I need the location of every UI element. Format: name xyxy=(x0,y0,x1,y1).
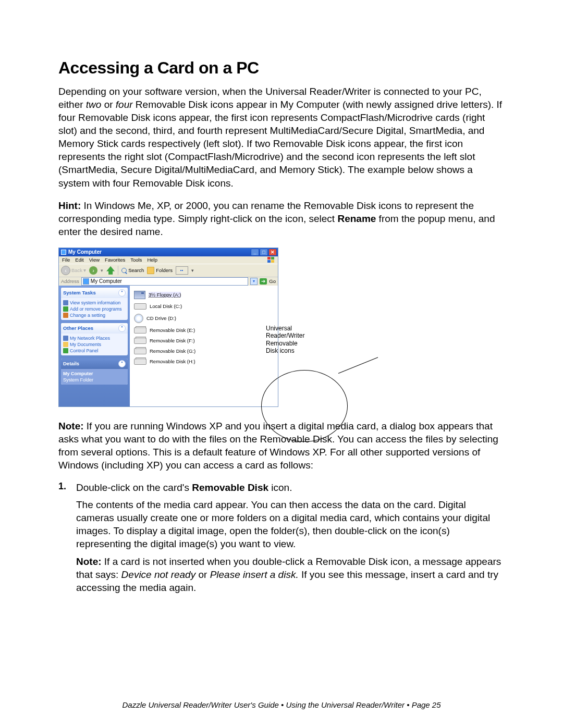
control-panel-icon xyxy=(63,348,68,353)
drives-pane: 3½ Floppy (A:) Local Disk (C:) CD Drive … xyxy=(130,286,278,406)
menu-favorites[interactable]: Favorites xyxy=(105,257,125,263)
other-places-header[interactable]: Other Places˄ xyxy=(61,323,128,334)
text: or xyxy=(195,569,210,580)
chevron-up-icon: ˄ xyxy=(118,360,126,367)
text-italic: Please insert a disk. xyxy=(210,569,299,580)
removable-icon xyxy=(134,359,146,365)
back-button[interactable]: ‹Back ▾ xyxy=(61,266,86,275)
ordered-list: 1. Double-click on the card's Removable … xyxy=(58,481,506,594)
note-label: Note: xyxy=(76,556,102,567)
drive-removable-f[interactable]: Removable Disk (F:) xyxy=(134,336,274,346)
system-tasks-header[interactable]: System Tasks˄ xyxy=(61,288,128,298)
removable-icon xyxy=(134,348,146,354)
document-page: Accessing a Card on a PC Depending on yo… xyxy=(0,0,563,728)
drive-local-c[interactable]: Local Disk (C:) xyxy=(134,301,274,312)
info-icon xyxy=(63,300,68,305)
folders-button[interactable]: Folders xyxy=(147,267,173,274)
go-label: Go xyxy=(269,278,276,284)
page-footer: Dazzle Universal Reader/Writer User's Gu… xyxy=(0,700,563,709)
setting-icon xyxy=(63,313,68,318)
intro-paragraph: Depending on your software version, when… xyxy=(58,85,506,190)
menu-edit[interactable]: Edit xyxy=(75,257,83,263)
address-dropdown[interactable]: ▾ xyxy=(250,278,258,285)
chevron-up-icon: ˄ xyxy=(118,289,126,297)
address-bar: Address My Computer ▾ ➔ Go xyxy=(59,277,278,286)
list-item-1: 1. Double-click on the card's Removable … xyxy=(58,481,506,594)
text: icon. xyxy=(268,482,292,493)
drive-removable-h[interactable]: Removable Disk (H:) xyxy=(134,356,274,367)
svg-rect-1 xyxy=(271,257,274,260)
window-title: My Computer xyxy=(68,249,102,255)
page-title: Accessing a Card on a PC xyxy=(58,58,506,78)
drive-floppy-a[interactable]: 3½ Floppy (A:) xyxy=(134,289,274,301)
folders-icon xyxy=(147,267,154,274)
details-header[interactable]: Details˄ xyxy=(61,359,128,369)
my-computer-window: My Computer _ □ ✕ File Edit View Favorit… xyxy=(58,248,278,407)
views-button[interactable] xyxy=(176,266,188,275)
documents-icon xyxy=(63,342,68,347)
rename-bold: Rename xyxy=(337,213,376,224)
menu-help[interactable]: Help xyxy=(147,257,157,263)
svg-rect-0 xyxy=(267,257,271,260)
task-view-system-info[interactable]: View system information xyxy=(63,300,126,306)
floppy-icon xyxy=(134,291,145,299)
menu-bar: File Edit View Favorites Tools Help xyxy=(59,256,278,264)
screenshot-figure: My Computer _ □ ✕ File Edit View Favorit… xyxy=(58,248,283,407)
text: Removable Disk icons appear in My Comput… xyxy=(58,99,502,188)
task-add-remove-programs[interactable]: Add or remove programs xyxy=(63,306,126,312)
close-button[interactable]: ✕ xyxy=(268,249,277,256)
search-button[interactable]: Search xyxy=(121,267,144,273)
chevron-up-icon: ˄ xyxy=(118,325,126,332)
removable-icon xyxy=(134,338,146,344)
toolbar: ‹Back ▾ › ▾ Search Folders ▾ xyxy=(59,264,278,277)
annotation-leader-line xyxy=(338,357,378,374)
window-titlebar: My Computer _ □ ✕ xyxy=(59,248,278,256)
removable-disk-bold: Removable Disk xyxy=(192,482,268,493)
step-note: Note: If a card is not inserted when you… xyxy=(76,555,506,594)
address-label: Address xyxy=(61,278,79,284)
my-computer-icon xyxy=(83,278,89,285)
step-detail: The contents of the media card appear. Y… xyxy=(76,498,506,550)
text: Double-click on the card's xyxy=(76,482,192,493)
search-icon xyxy=(121,268,127,273)
dropdown-icon[interactable]: ▾ xyxy=(191,268,194,273)
menu-tools[interactable]: Tools xyxy=(130,257,142,263)
svg-rect-2 xyxy=(267,260,271,263)
side-panel: System Tasks˄ View system information Ad… xyxy=(59,286,130,406)
svg-rect-3 xyxy=(271,260,274,263)
drive-removable-e[interactable]: Removable Disk (E:) xyxy=(134,325,274,336)
drive-cd-d[interactable]: CD Drive (D:) xyxy=(134,312,274,325)
task-change-setting[interactable]: Change a setting xyxy=(63,312,126,318)
separator xyxy=(118,266,118,275)
text-italic: four xyxy=(116,99,133,110)
menu-view[interactable]: View xyxy=(89,257,100,263)
maximize-button[interactable]: □ xyxy=(260,249,268,256)
other-my-documents[interactable]: My Documents xyxy=(63,341,126,348)
annotation-oval xyxy=(261,370,348,442)
cd-icon xyxy=(134,314,143,323)
text-italic: two xyxy=(86,99,102,110)
other-control-panel[interactable]: Control Panel xyxy=(63,348,126,354)
text: or xyxy=(101,99,115,110)
details-type: System Folder xyxy=(63,377,126,383)
annotation-label: Universal Reader/Writer Removable Disk i… xyxy=(266,325,304,355)
step-number: 1. xyxy=(58,481,76,594)
text-italic: Device not ready xyxy=(121,569,196,580)
up-button[interactable] xyxy=(106,266,115,275)
dropdown-icon[interactable]: ▾ xyxy=(101,268,103,273)
network-icon xyxy=(63,336,68,341)
drive-removable-g[interactable]: Removable Disk (G:) xyxy=(134,346,274,356)
other-network-places[interactable]: My Network Places xyxy=(63,335,126,341)
hint-paragraph: Hint: In Windows Me, XP, or 2000, you ca… xyxy=(58,199,506,238)
removable-icon xyxy=(134,327,146,334)
hdd-icon xyxy=(134,303,146,310)
address-field[interactable]: My Computer xyxy=(81,277,248,286)
my-computer-icon xyxy=(61,250,66,255)
programs-icon xyxy=(63,306,68,312)
address-value: My Computer xyxy=(91,278,122,284)
forward-button[interactable]: › xyxy=(89,266,97,275)
details-name: My Computer xyxy=(63,371,126,377)
menu-file[interactable]: File xyxy=(62,257,70,263)
minimize-button[interactable]: _ xyxy=(251,249,259,256)
go-button[interactable]: ➔ xyxy=(260,278,267,285)
